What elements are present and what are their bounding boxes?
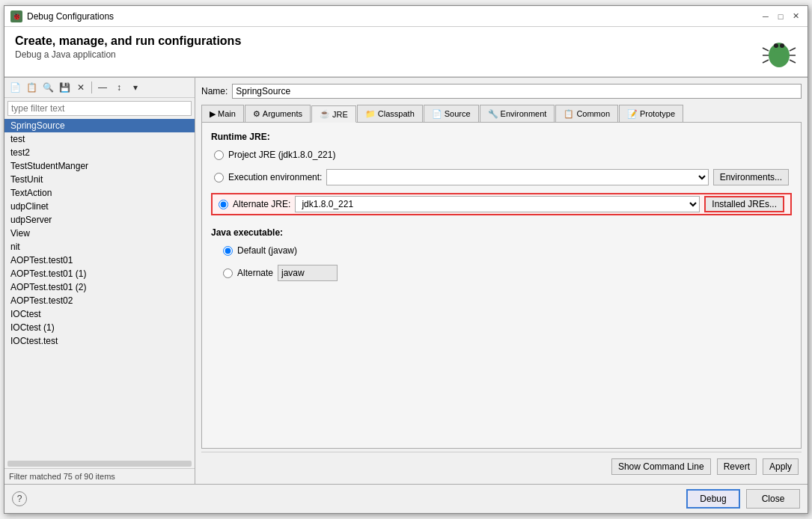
collapse-button[interactable]: — — [95, 80, 110, 95]
filter-input[interactable] — [7, 101, 192, 116]
tab-common-label: Common — [576, 109, 610, 118]
svg-line-9 — [790, 60, 796, 63]
name-label: Name: — [201, 86, 228, 96]
classpath-tab-icon: 📁 — [365, 109, 376, 119]
tab-source[interactable]: 📄 Source — [424, 105, 479, 122]
default-javaw-label: Default (javaw) — [237, 245, 297, 256]
debug-configurations-window: 🐞 Debug Configurations ─ □ ✕ Create, man… — [4, 5, 808, 514]
tab-prototype[interactable]: 📝 Prototype — [619, 105, 683, 122]
alternate-jre-dropdown[interactable]: jdk1.8.0_221 — [295, 196, 700, 212]
tab-source-label: Source — [445, 109, 471, 118]
horizontal-scrollbar[interactable] — [7, 461, 192, 467]
project-jre-label: Project JRE (jdk1.8.0_221) — [228, 150, 335, 160]
tab-environment-label: Environment — [501, 109, 547, 118]
environment-tab-icon: 🔧 — [488, 109, 498, 119]
header-section: Create, manage, and run configurations D… — [4, 27, 808, 77]
window-icon: 🐞 — [10, 10, 22, 22]
left-panel: 📄 📋 🔍 💾 ✕ — ↕ ▾ SpringSource test test2 … — [4, 78, 195, 484]
view-menu-button[interactable]: ▾ — [128, 80, 143, 95]
list-item[interactable]: AOPTest.test01 (1) — [4, 267, 195, 280]
duplicate-button[interactable]: 📋 — [24, 80, 39, 95]
list-item[interactable]: AOPTest.test02 — [4, 294, 195, 307]
list-item[interactable]: TextAction — [4, 186, 195, 200]
list-item[interactable]: SpringSource — [4, 119, 195, 132]
runtime-jre-label: Runtime JRE: — [211, 132, 792, 142]
alternate-jre-row: Alternate JRE: jdk1.8.0_221 Installed JR… — [211, 193, 792, 215]
tab-environment[interactable]: 🔧 Environment — [480, 105, 555, 122]
common-tab-icon: 📋 — [564, 109, 574, 119]
default-javaw-row: Default (javaw) — [211, 244, 792, 257]
restore-button[interactable]: □ — [775, 10, 787, 22]
tab-jre-label: JRE — [332, 110, 348, 119]
help-button[interactable]: ? — [12, 491, 27, 506]
title-bar: 🐞 Debug Configurations ─ □ ✕ — [4, 6, 808, 27]
list-item[interactable]: AOPTest.test01 — [4, 254, 195, 267]
tab-jre[interactable]: ☕ JRE — [311, 105, 356, 123]
filter-status: Filter matched 75 of 90 items — [4, 468, 195, 484]
list-item[interactable]: TestUnit — [4, 173, 195, 186]
project-jre-row: Project JRE (jdk1.8.0_221) — [211, 148, 792, 162]
tab-common[interactable]: 📋 Common — [555, 105, 618, 122]
execution-env-radio[interactable] — [214, 173, 224, 182]
bug-icon — [761, 34, 797, 70]
list-item[interactable]: test — [4, 132, 195, 146]
svg-line-6 — [763, 60, 769, 63]
default-javaw-radio[interactable] — [223, 246, 233, 256]
main-area: 📄 📋 🔍 💾 ✕ — ↕ ▾ SpringSource test test2 … — [4, 77, 808, 484]
execution-env-dropdown[interactable] — [326, 169, 708, 185]
project-jre-radio[interactable] — [214, 150, 224, 160]
close-dialog-button[interactable]: Close — [746, 489, 800, 509]
list-item[interactable]: IOCtest — [4, 307, 195, 321]
delete-button[interactable]: ✕ — [73, 80, 88, 95]
tab-arguments[interactable]: ⚙ Arguments — [245, 105, 311, 122]
show-command-line-button[interactable]: Show Command Line — [611, 458, 711, 475]
tree-list: SpringSource test test2 TestStudentMange… — [4, 119, 195, 459]
new-config-button[interactable]: 📄 — [7, 80, 22, 95]
bottom-actions: Show Command Line Revert Apply — [201, 452, 802, 478]
close-button[interactable]: ✕ — [790, 10, 802, 22]
tab-main-label: Main — [218, 109, 236, 118]
header-title: Create, manage, and run configurations — [15, 34, 241, 48]
debug-button[interactable]: Debug — [686, 489, 740, 509]
main-tab-icon: ▶ — [210, 109, 216, 119]
apply-button[interactable]: Apply — [763, 458, 799, 475]
alternate-jre-label: Alternate JRE: — [233, 199, 290, 209]
list-item[interactable]: test2 — [4, 146, 195, 159]
list-item[interactable]: AOPTest.test01 (2) — [4, 280, 195, 294]
alternate-jre-radio[interactable] — [219, 200, 228, 209]
toolbar: 📄 📋 🔍 💾 ✕ — ↕ ▾ — [4, 78, 195, 98]
footer-bar: ? Debug Close — [4, 484, 808, 513]
minimize-button[interactable]: ─ — [760, 10, 772, 22]
tabs-bar: ▶ Main ⚙ Arguments ☕ JRE 📁 Classpath 📄 — [201, 105, 802, 123]
list-item[interactable]: IOCtest.test — [4, 334, 195, 348]
footer-right: Debug Close — [686, 489, 800, 509]
list-item[interactable]: View — [4, 227, 195, 240]
export-button[interactable]: 💾 — [57, 80, 72, 95]
environments-button[interactable]: Environments... — [713, 169, 789, 185]
tab-classpath[interactable]: 📁 Classpath — [357, 105, 423, 122]
execution-env-label: Execution environment: — [228, 172, 322, 182]
list-item[interactable]: TestStudentManger — [4, 159, 195, 173]
tab-main[interactable]: ▶ Main — [201, 105, 244, 122]
installed-jres-button[interactable]: Installed JREs... — [704, 196, 784, 212]
alternate-exec-label: Alternate — [237, 268, 273, 278]
execution-env-row: Execution environment: Environments... — [211, 168, 792, 187]
name-input[interactable] — [232, 84, 802, 99]
link-button[interactable]: ↕ — [112, 80, 126, 95]
list-item[interactable]: nit — [4, 240, 195, 254]
name-row: Name: — [201, 84, 802, 99]
list-item[interactable]: udpClinet — [4, 200, 195, 213]
list-item[interactable]: udpServer — [4, 213, 195, 227]
revert-button[interactable]: Revert — [717, 458, 757, 475]
title-bar-left: 🐞 Debug Configurations — [10, 10, 114, 22]
list-item[interactable]: IOCtest (1) — [4, 321, 195, 334]
search-button[interactable]: 🔍 — [40, 80, 55, 95]
arguments-tab-icon: ⚙ — [253, 109, 260, 119]
tab-classpath-label: Classpath — [378, 109, 415, 118]
prototype-tab-icon: 📝 — [627, 109, 638, 119]
source-tab-icon: 📄 — [432, 109, 442, 119]
alternate-exec-row: Alternate — [211, 263, 792, 283]
alternate-exec-radio[interactable] — [223, 268, 233, 278]
alternate-exec-input[interactable] — [278, 265, 338, 281]
svg-line-4 — [763, 48, 769, 51]
